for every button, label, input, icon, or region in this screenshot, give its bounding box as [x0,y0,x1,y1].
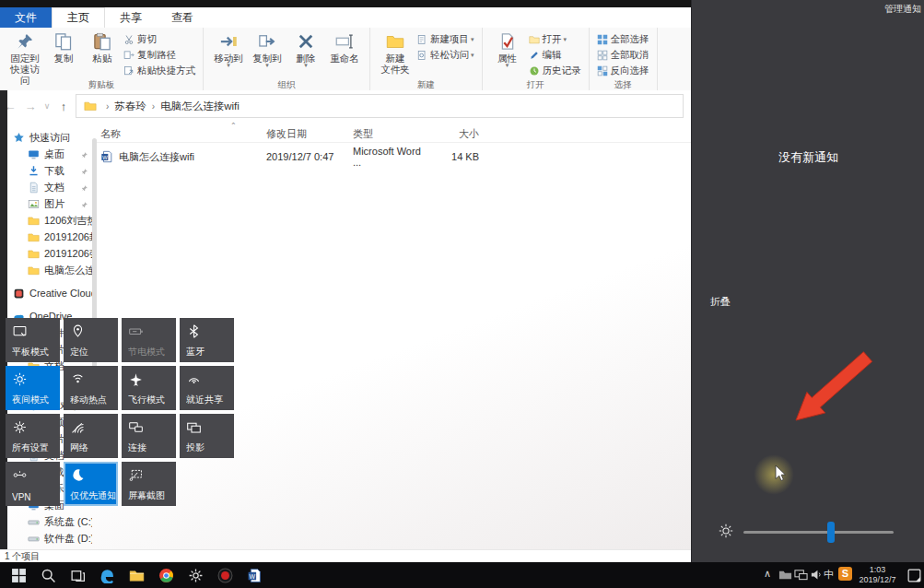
quick-action-连接[interactable]: 连接 [122,414,176,458]
brightness-slider[interactable] [743,531,894,534]
action-center-icon[interactable] [906,568,922,583]
ribbon-group-组织: 移动到▾复制到▾删除▾重命名组织 [204,28,370,92]
ribbon-button-重命名[interactable]: 重命名 [325,29,364,66]
tab-主页[interactable]: 主页 [52,7,105,28]
action-center: 管理通知 没有新通知 折叠 [691,0,924,562]
quick-action-屏幕截图[interactable]: 屏幕截图 [122,462,176,506]
quick-action-夜间模式[interactable]: 夜间模式 [6,366,60,410]
ribbon-button-删除[interactable]: 删除▾ [287,29,325,70]
search-icon[interactable] [41,568,56,583]
quick-action-VPN[interactable]: VPN [6,462,60,506]
column-header-类型[interactable]: 类型 [353,127,426,141]
pin-icon [16,32,34,51]
tab-label: 文件 [15,10,37,26]
collapse-link[interactable]: 折叠 [710,295,731,309]
tfolder-icon[interactable] [778,568,792,582]
sidebar-item-桌面[interactable]: 桌面 [7,146,92,162]
sidebar-section: Creative Cloud F [7,285,92,301]
ribbon-button-编辑[interactable]: 编辑 [529,49,581,62]
tab-查看[interactable]: 查看 [157,7,208,28]
ribbon-button-复制[interactable]: 复制 [44,29,83,66]
sidebar-item-20191206张晓卓[interactable]: 20191206张晓卓 [7,245,92,262]
sogou-icon[interactable]: S [838,567,852,581]
quick-action-飞行模式[interactable]: 飞行模式 [122,366,176,410]
quick-action-label: 屏幕截图 [128,489,175,502]
sidebar-item-图片[interactable]: 图片 [7,195,92,212]
address-bar[interactable]: ›苏春玲›电脑怎么连接wifi [76,94,684,118]
quick-action-移动热点[interactable]: 移动热点 [64,366,118,410]
column-header-label: 大小 [459,128,479,139]
ribbon-button-粘贴[interactable]: 粘贴 [83,29,122,66]
ribbon-button-打开[interactable]: 打开▾ [529,33,581,46]
sidebar-item-文档[interactable]: 文档 [7,179,92,195]
chrome-icon[interactable] [158,568,174,583]
tab-文件[interactable]: 文件 [0,7,52,28]
speaker-icon[interactable] [810,568,824,582]
clock-time: 1:03 [852,565,903,575]
ribbon-button-全部选择[interactable]: 全部选择 [597,33,649,46]
tray-chevron-up-icon[interactable]: ∧ [764,568,771,580]
exfolder-icon[interactable] [129,568,145,583]
quick-action-仅优先通知[interactable]: 仅优先通知 [64,462,118,506]
breadcrumb-item[interactable]: 苏春玲 [114,100,146,113]
sidebar-item-电脑怎么连接wifi[interactable]: 电脑怎么连接wifi [7,262,92,278]
quick-action-label: 飞行模式 [128,394,175,406]
ribbon-button-label: 全部选择 [611,33,649,46]
tab-共享[interactable]: 共享 [105,7,157,28]
word-icon[interactable]: W [247,568,263,583]
edge-icon[interactable] [99,568,115,583]
top-strip [0,0,691,7]
ribbon-tab-bar: 文件主页共享查看 [0,7,691,29]
manage-notifications-link[interactable]: 管理通知 [884,3,921,16]
ribbon-button-属性[interactable]: 属性▾ [488,29,527,70]
quick-action-蓝牙[interactable]: 蓝牙 [180,318,234,362]
sidebar-item-1206刘吉热点7-[interactable]: 1206刘吉热点7- [7,212,92,229]
file-row[interactable]: W电脑怎么连接wifi2019/12/7 0:47Microsoft Word … [97,147,691,167]
quick-action-平板模式[interactable]: 平板模式 [6,318,60,362]
brightness-slider-handle[interactable] [827,522,835,543]
column-header-名称[interactable]: 名称⌃ [97,127,266,141]
quick-action-所有设置[interactable]: 所有设置 [6,414,60,458]
ribbon-button-label: 重命名 [330,53,359,64]
ribbon-button-历史记录[interactable]: 历史记录 [529,65,581,77]
tgear-icon[interactable] [188,568,204,583]
win-icon[interactable] [11,568,27,583]
quick-action-节电模式[interactable]: 节电模式 [122,318,176,362]
up-icon[interactable]: ↑ [53,100,74,113]
column-header-大小[interactable]: 大小 [426,127,483,141]
taskview-icon[interactable] [70,568,86,583]
status-bar: 1 个项目 [0,549,696,563]
record-icon[interactable] [217,568,233,583]
ribbon-button-全部取消[interactable]: 全部取消 [597,49,649,62]
quick-action-定位[interactable]: 定位 [64,318,118,362]
sidebar-item-系统盘 (C:)[interactable]: 系统盘 (C:) [7,513,92,530]
sidebar-item-软件盘 (D:)[interactable]: 软件盘 (D:)∨ [7,530,92,547]
tray-clock[interactable]: 1:03 2019/12/7 [852,565,903,585]
tdisplay-icon[interactable] [794,568,808,582]
column-header-修改日期[interactable]: 修改日期 [266,127,353,141]
ime-indicator[interactable]: 中 [824,568,834,582]
ribbon-button-复制路径[interactable]: 复制路径 [123,49,195,62]
sidebar-item-label: 20191206张晓卓 [44,247,92,261]
quick-action-label: 连接 [128,441,175,454]
quick-action-就近共享[interactable]: 就近共享 [180,366,234,410]
ribbon-button-移动到[interactable]: 移动到▾ [209,29,248,70]
sidebar-item-快速访问[interactable]: 快速访问 [7,129,92,146]
breadcrumb-item[interactable]: 电脑怎么连接wifi [160,100,240,113]
no-notifications-text: 没有新通知 [692,149,924,166]
ribbon-button-粘贴快捷方式[interactable]: 粘贴快捷方式 [123,65,195,77]
quick-action-网络[interactable]: 网络 [64,414,118,458]
ribbon-button-复制到[interactable]: 复制到▾ [248,29,287,70]
sidebar-item-20191206封面[interactable]: 20191206封面 [7,229,92,245]
ribbon-button-反向选择[interactable]: 反向选择 [597,65,649,77]
ribbon-button-轻松访问[interactable]: 轻松访问▾ [416,49,474,62]
folder-icon [28,215,40,227]
ribbon-button-新建文件夹[interactable]: 新建文件夹 [376,29,415,77]
forward-icon[interactable]: → [20,100,41,113]
quick-action-投影[interactable]: 投影 [180,414,234,458]
sidebar-item-下载[interactable]: 下载 [7,162,92,179]
ribbon-button-新建项目[interactable]: 新建项目▾ [416,33,474,46]
recent-dropdown-icon[interactable]: ∨ [41,101,53,111]
sidebar-item-Creative Cloud F[interactable]: Creative Cloud F [7,285,92,301]
ribbon-button-剪切[interactable]: 剪切 [123,33,195,46]
